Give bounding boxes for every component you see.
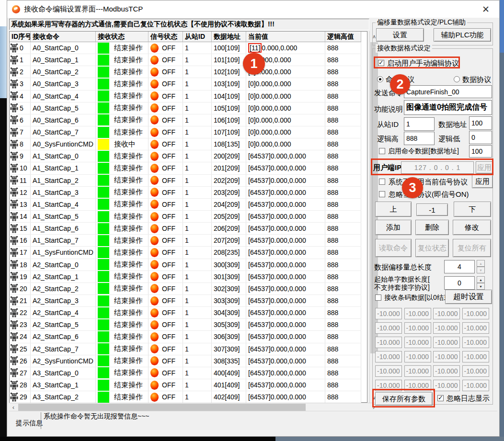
column-header[interactable]: 当前值 [246, 32, 325, 42]
table-row[interactable]: 21A2_StartCap_3结束操作OFF1303[309][64537]0.… [10, 295, 361, 307]
ignore-protocol-checkbox[interactable] [379, 191, 385, 197]
spin-down-icon[interactable]: ▼ [477, 283, 485, 290]
startword-input[interactable]: 0 [444, 276, 475, 290]
data-protocol-radio[interactable] [454, 76, 460, 82]
move-down-button[interactable]: 下 [454, 202, 491, 217]
table-row[interactable]: 14A1_StartCap_5结束操作OFF1205[209][64537]0.… [10, 211, 361, 223]
data-address-input[interactable]: 100 [469, 116, 492, 130]
offset-value-field[interactable]: -10.000 [375, 337, 402, 348]
table-row[interactable]: 12A1_StartCap_3结束操作OFF1203[209][64537]0.… [10, 187, 361, 199]
table-row[interactable]: 22A2_StartCap_4结束操作OFF1304[309][64537]0.… [10, 307, 361, 319]
offset-value-field[interactable]: -10.000 [462, 322, 489, 334]
ignore-log-checkbox[interactable] [437, 395, 444, 401]
offset-value-field[interactable]: -10.000 [462, 365, 489, 377]
move-up-button[interactable]: 上 [375, 202, 412, 217]
offset-value-field[interactable]: -10.000 [404, 308, 431, 319]
title-bar[interactable]: 接收命令编辑设置界面---ModbusTCP ✕ [7, 0, 499, 18]
table-row[interactable]: 26A2_SysFuntionCMD结束操作OFF1308[335][64537… [10, 355, 361, 367]
function-desc-input[interactable]: 图像通道0拍照完成信号 [404, 100, 492, 115]
offset-value-field[interactable]: -10.000 [375, 351, 402, 362]
table-row[interactable]: 25A2_StartCap_7结束操作OFF1307[309][64537]0.… [10, 343, 361, 355]
offset-value-field[interactable]: -10.000 [433, 351, 460, 362]
table-row[interactable]: 9A1_StartCap_0结束操作OFF1200[209][64537]0.0… [10, 150, 361, 162]
no-signal-protocol-checkbox[interactable] [379, 179, 385, 185]
table-row[interactable]: 19A2_StartCap_1结束操作OFF1301[309][64537]0.… [10, 271, 361, 283]
offset-value-field[interactable]: -10.000 [462, 337, 489, 348]
offset-value-field[interactable]: -10.000 [433, 337, 460, 348]
table-row[interactable]: 3A0_StartCap_3结束操作OFF1103[109][0]0.000,0… [10, 78, 361, 90]
column-header[interactable]: ID序号 [10, 32, 31, 42]
reset-all-button[interactable]: 复位所有 [453, 239, 491, 257]
offset-total-input[interactable]: 4 [444, 260, 475, 273]
table-row[interactable]: 18A2_StartCap_0结束操作OFF1300[309][64537]0.… [10, 259, 361, 271]
table-row[interactable]: 8A0_SysFuntionCMD接收中OFF1108[135][0]0.000… [10, 138, 361, 150]
offset-value-field[interactable]: -10.000 [375, 308, 402, 319]
offset-value-field[interactable]: -10.000 [404, 337, 431, 348]
table-row[interactable]: 0A0_StartCap_0结束操作OFF1100[109][11]0.000,… [10, 42, 361, 54]
offset-value-field[interactable]: -10.000 [404, 351, 431, 362]
plc-helper-button[interactable]: 辅助PLC功能 [434, 28, 491, 42]
spin-up-icon[interactable]: ▲ [477, 260, 485, 267]
table-row[interactable]: 7A0_StartCap_7结束操作OFF1107[109][0]0.000,0… [10, 126, 361, 138]
table-row[interactable]: 6A0_StartCap_6结束操作OFF1106[109][0]0.000,0… [10, 114, 361, 126]
send-command-input[interactable]: CaptureFinish_00 [404, 85, 492, 98]
table-row[interactable]: 23A2_StartCap_5结束操作OFF1305[309][64537]0.… [10, 319, 361, 331]
offset-total-spinner[interactable]: ▲ ▼ [477, 260, 485, 273]
modify-button[interactable]: 修改 [453, 220, 491, 235]
offset-value-field[interactable]: -10.000 [462, 380, 489, 391]
minus-one-button[interactable]: -1 [416, 204, 448, 216]
settings-button[interactable]: 设置 [376, 28, 424, 42]
table-row[interactable]: 24A2_StartCap_6结束操作OFF1306[309][64537]0.… [10, 331, 361, 343]
delete-button[interactable]: 删除 [415, 220, 449, 235]
close-icon[interactable]: ✕ [478, 2, 493, 16]
offset-value-field[interactable]: -10.000 [433, 380, 460, 391]
table-row[interactable]: 11A1_StartCap_2结束操作OFF1202[209][64537]0.… [10, 175, 361, 187]
column-header[interactable]: 接收命令 [31, 32, 96, 42]
command-data-input[interactable]: 100 [469, 145, 492, 158]
table-row[interactable]: 20A2_StartCap_2结束操作OFF1302[309][64537]0.… [10, 283, 361, 295]
table-row[interactable]: 16A1_StartCap_7结束操作OFF1207[209][64537]0.… [10, 235, 361, 247]
offset-value-field[interactable]: -10.000 [375, 365, 402, 377]
read-command-button[interactable]: 读取命令 [375, 239, 412, 257]
table-row[interactable]: 2A0_StartCap_2结束操作OFF1102[109][0]0.000,0… [10, 66, 361, 78]
offset-value-field[interactable]: -10.000 [404, 365, 431, 377]
table-row[interactable]: 4A0_StartCap_4结束操作OFF1104[109][0]0.000,0… [10, 90, 361, 102]
table-row[interactable]: 28A3_StartCap_1结束操作OFF1401[409][64537]0.… [10, 379, 361, 391]
spin-down-icon[interactable]: ▼ [477, 267, 485, 273]
offset-value-field[interactable]: -10.000 [462, 308, 489, 319]
spin-up-icon[interactable]: ▲ [477, 276, 485, 283]
horizontal-scrollbar[interactable]: ‹ › [9, 403, 378, 411]
table-row[interactable]: 15A1_StartCap_6结束操作OFF1206[209][64537]0.… [10, 223, 361, 235]
apply-button[interactable]: 应用 [472, 175, 493, 188]
table-row[interactable]: 5A0_StartCap_5结束操作OFF1105[109][0]0.000,0… [10, 102, 361, 114]
column-header[interactable]: 信号状态 [149, 32, 183, 42]
logic-high-input[interactable]: 888 [404, 132, 435, 145]
horizontal-scroll-thumb[interactable] [18, 404, 306, 411]
table-row[interactable]: 29A3_StartCap_2结束操作OFF1402[409][64537]0.… [10, 391, 361, 403]
slave-id-input[interactable]: 1 [404, 117, 435, 131]
offset-value-field[interactable]: -10.000 [462, 351, 489, 362]
offset-value-field[interactable]: -10.000 [375, 322, 402, 334]
command-protocol-radio[interactable] [377, 76, 383, 82]
column-header[interactable]: 从站ID [183, 32, 212, 42]
table-row[interactable]: 17A1_SysFuntionCMD结束操作OFF1208[235][64537… [10, 247, 361, 259]
command-data-checkbox[interactable] [379, 148, 385, 154]
startword-spinner[interactable]: ▲ ▼ [477, 276, 485, 290]
offset-value-field[interactable]: -10.000 [433, 308, 460, 319]
column-header[interactable]: 数据地址 [212, 32, 246, 42]
barcode-checkbox[interactable] [375, 294, 381, 301]
offset-value-field[interactable]: -10.000 [404, 322, 431, 334]
table-row[interactable]: 13A1_StartCap_4结束操作OFF1204[209][64537]0.… [10, 199, 361, 211]
offset-value-field[interactable]: -10.000 [433, 322, 460, 334]
table-row[interactable]: 27A3_StartCap_0结束操作OFF1400[409][64537]0.… [10, 367, 361, 379]
add-button[interactable]: 添加 [375, 220, 412, 235]
timeout-button[interactable]: 超时设置 [445, 290, 492, 304]
scroll-left-icon[interactable]: ‹ [9, 403, 18, 411]
column-header[interactable]: 接收状态 [96, 32, 149, 42]
offset-value-field[interactable]: -10.000 [433, 365, 460, 377]
reset-state-button[interactable]: 复位状态 [415, 239, 449, 257]
table-row[interactable]: 1A0_StartCap_1结束操作OFF1101[109][0]0.000,0… [10, 54, 361, 66]
column-header[interactable]: 逻辑高值 [325, 32, 361, 42]
table-row[interactable]: 10A1_StartCap_1结束操作OFF1201[209][64537]0.… [10, 162, 361, 174]
logic-low-input[interactable]: 0 [469, 131, 492, 144]
